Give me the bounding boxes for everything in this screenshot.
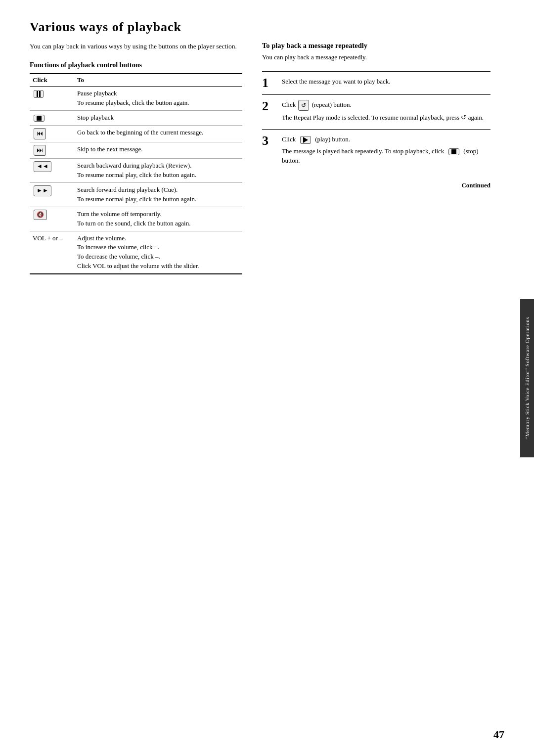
table-cell-click: ►► xyxy=(30,183,74,207)
right-column: To play back a message repeatedly You ca… xyxy=(262,42,490,274)
pause-icon xyxy=(34,90,44,98)
step-2-number: 2 xyxy=(262,100,274,113)
continued-label: Continued xyxy=(262,181,490,189)
play-button-icon xyxy=(300,136,311,144)
left-section-heading: Functions of playback control buttons xyxy=(30,61,242,69)
stop-icon xyxy=(34,115,44,122)
step-3-number: 3 xyxy=(262,134,274,147)
intro-text: You can play back in various ways by usi… xyxy=(30,42,242,51)
step-2-main: Click ↺ (repeat) button. xyxy=(282,100,484,111)
table-cell-click xyxy=(30,87,74,111)
step-3-main: Click (play) button. xyxy=(282,134,490,144)
table-cell-vol: VOL + or – xyxy=(30,231,74,274)
main-content: Various ways of playback You can play ba… xyxy=(0,0,520,756)
step-3-block: 3 Click (play) button. The message is pl… xyxy=(262,129,490,173)
stop-button-icon xyxy=(448,148,459,155)
table-cell-click: ◄◄ xyxy=(30,159,74,183)
table-row: Pause playback To resume playback, click… xyxy=(30,87,242,111)
table-row: ⏮ Go back to the beginning of the curren… xyxy=(30,125,242,142)
table-cell-to: Adjust the volume. To increase the volum… xyxy=(74,231,242,274)
review-icon: ◄◄ xyxy=(34,161,51,172)
left-column: You can play back in various ways by usi… xyxy=(30,42,242,274)
table-row: 🔇 Turn the volume off temporarily. To tu… xyxy=(30,207,242,231)
table-cell-click: ⏮ xyxy=(30,125,74,142)
table-cell-to: Skip to the next message. xyxy=(74,142,242,159)
repeat-button-icon: ↺ xyxy=(298,100,309,111)
table-cell-to: Turn the volume off temporarily. To turn… xyxy=(74,207,242,231)
back-icon: ⏮ xyxy=(34,128,46,139)
table-header-click: Click xyxy=(30,74,74,87)
table-cell-to: Search forward during playback (Cue). To… xyxy=(74,183,242,207)
table-cell-to: Go back to the beginning of the current … xyxy=(74,125,242,142)
table-cell-to: Stop playback xyxy=(74,110,242,125)
page-number: 47 xyxy=(493,728,504,741)
functions-table: Click To xyxy=(30,73,242,274)
table-row: ►► Search forward during playback (Cue).… xyxy=(30,183,242,207)
side-tab-text: “Memory Stick Voice Editor” Software Ope… xyxy=(524,317,530,440)
table-cell-to: Search backward during playback (Review)… xyxy=(74,159,242,183)
table-cell-click: 🔇 xyxy=(30,207,74,231)
two-column-layout: You can play back in various ways by usi… xyxy=(30,42,490,274)
right-section-intro: You can play back a message repeatedly. xyxy=(262,53,490,62)
step-1-content: Select the message you want to play back… xyxy=(282,77,391,89)
step-1-number: 1 xyxy=(262,77,274,89)
table-cell-to: Pause playback To resume playback, click… xyxy=(74,87,242,111)
table-row: Stop playback xyxy=(30,110,242,125)
table-row: ◄◄ Search backward during playback (Revi… xyxy=(30,159,242,183)
step-1-block: 1 Select the message you want to play ba… xyxy=(262,71,490,94)
mute-icon: 🔇 xyxy=(34,210,47,220)
page-container: Various ways of playback You can play ba… xyxy=(0,0,534,756)
step-2-detail: The Repeat Play mode is selected. To res… xyxy=(282,113,484,123)
step-2-block: 2 Click ↺ (repeat) button. The Repeat Pl… xyxy=(262,94,490,130)
table-cell-click xyxy=(30,110,74,125)
step-3-content: Click (play) button. The message is play… xyxy=(282,134,490,168)
table-row: VOL + or – Adjust the volume. To increas… xyxy=(30,231,242,274)
side-tab: “Memory Stick Voice Editor” Software Ope… xyxy=(520,299,534,457)
step-1-main: Select the message you want to play back… xyxy=(282,77,391,87)
right-section-heading: To play back a message repeatedly xyxy=(262,42,490,50)
step-3-detail: The message is played back repeatedly. T… xyxy=(282,146,490,166)
cue-icon: ►► xyxy=(34,185,51,196)
table-cell-click: ⏭ xyxy=(30,142,74,159)
skip-icon: ⏭ xyxy=(34,145,46,156)
table-row: ⏭ Skip to the next message. xyxy=(30,142,242,159)
table-header-to: To xyxy=(74,74,242,87)
step-2-content: Click ↺ (repeat) button. The Repeat Play… xyxy=(282,100,484,125)
page-title: Various ways of playback xyxy=(30,20,490,35)
